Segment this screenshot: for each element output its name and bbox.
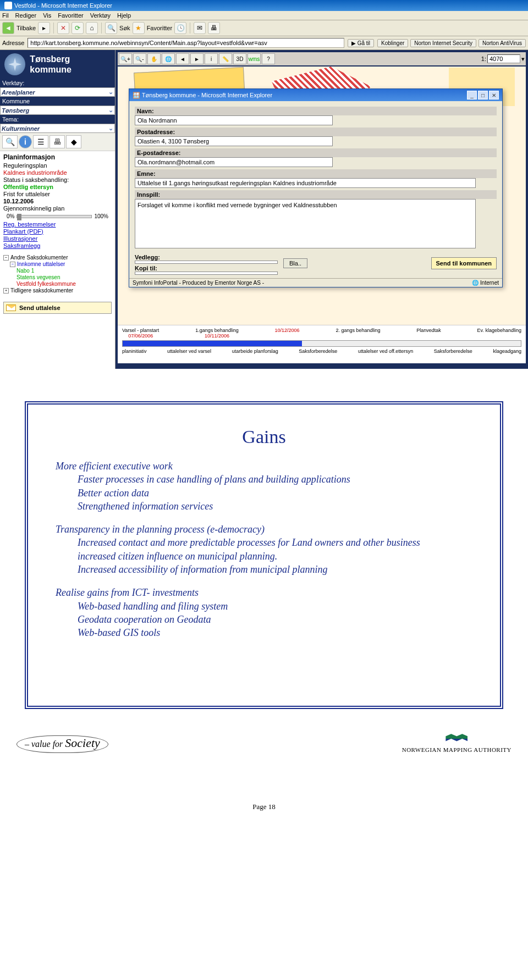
forward-button[interactable]: ▸ xyxy=(38,22,50,34)
slide-body: More efficient executive work Faster pro… xyxy=(56,459,472,640)
norton-antivirus-button[interactable]: Norton AntiVirus xyxy=(479,39,526,47)
help-icon[interactable]: ? xyxy=(262,53,275,64)
back-label: Tilbake xyxy=(16,25,36,31)
printer-icon[interactable]: 🖶 xyxy=(50,135,65,148)
measure-icon[interactable]: 📏 xyxy=(219,53,232,64)
tree-node-tidligere[interactable]: +Tidligere saksdokumenter xyxy=(3,287,112,294)
link-illustrasjoner[interactable]: Illustrasjoner xyxy=(3,235,112,242)
back-button[interactable]: ◄ xyxy=(2,22,14,34)
link-reg-bestemmelser[interactable]: Reg. bestemmelser xyxy=(3,221,112,228)
map-canvas[interactable]: 🪟 Tønsberg kommune - Microsoft Internet … xyxy=(118,67,526,325)
tema-label: Tema: xyxy=(0,115,115,124)
search-button[interactable]: 🔍 xyxy=(105,22,117,34)
mail-button[interactable]: ✉ xyxy=(194,22,206,34)
tree-leaf-vestfold[interactable]: Vestfold fylkeskommune xyxy=(16,281,112,287)
epost-input[interactable]: Ola.nordmann@hotmail.com xyxy=(135,157,333,167)
info-tool-icon[interactable]: i xyxy=(205,53,218,64)
cube-icon[interactable]: ◆ xyxy=(66,135,81,148)
submit-comment-popup: 🪟 Tønsberg kommune - Microsoft Internet … xyxy=(129,88,503,287)
wms-icon[interactable]: wms xyxy=(248,53,261,64)
menu-hjelp[interactable]: Hjelp xyxy=(117,12,131,19)
app-content: Tønsberg kommune Verktøy: Arealplaner⌄ K… xyxy=(0,50,528,369)
emne-input[interactable]: Uttalelse til 1.gangs høringsutkast regu… xyxy=(135,178,476,188)
links-button[interactable]: Koblinger xyxy=(377,39,408,47)
popup-title: Tønsberg kommune - Microsoft Internet Ex… xyxy=(142,92,272,98)
kommune-select[interactable]: Tønsberg⌄ xyxy=(0,106,115,115)
print-button[interactable]: 🖶 xyxy=(208,22,220,34)
zoom-out-icon[interactable]: 🔍- xyxy=(133,53,146,64)
stop-button[interactable]: ✕ xyxy=(57,22,69,34)
gains-p2b: increased citizen influence on municipal… xyxy=(78,551,277,562)
transparency-slider-row: 0% 100% xyxy=(3,212,112,220)
popup-statusbar: Symfoni InfoPortal - Produced by Ementor… xyxy=(129,278,502,287)
envelope-icon xyxy=(6,304,16,311)
favorites-button[interactable]: ★ xyxy=(133,22,145,34)
tree-node-andre[interactable]: −Andre Saksdokumenter xyxy=(3,254,112,261)
map-toolbar: 🔍+ 🔍- ✋ 🌐 ◄ ► i 📏 3D wms ? 1: 4070 ▾ xyxy=(118,52,526,65)
frist-label: Frist for uttalelser xyxy=(3,191,112,197)
transparency-slider[interactable] xyxy=(16,215,92,218)
ie-menubar[interactable]: Fil Rediger Vis Favoritter Verktøy Hjelp xyxy=(0,11,528,20)
link-saksframlegg[interactable]: Saksframlegg xyxy=(3,242,112,249)
pan-icon[interactable]: ✋ xyxy=(147,53,161,64)
menu-verktoy[interactable]: Verktøy xyxy=(90,12,111,19)
postadresse-label: Postadresse: xyxy=(135,128,497,136)
tl-2gang: 2. gangs behandling xyxy=(336,328,380,339)
innspill-label: Innspill: xyxy=(135,190,497,199)
magnify-icon[interactable]: 🔍 xyxy=(2,135,18,148)
menu-fil[interactable]: Fil xyxy=(2,12,9,19)
scale-input[interactable]: 4070 xyxy=(487,54,520,63)
epost-label: E-postadresse: xyxy=(135,148,497,157)
list-icon[interactable]: ☰ xyxy=(33,135,48,148)
tree-leaf-nabo[interactable]: Nabo 1 xyxy=(16,268,112,274)
navn-label: Navn: xyxy=(135,107,497,115)
postadresse-input[interactable]: Olastien 4, 3100 Tønsberg xyxy=(135,136,333,146)
history-button[interactable]: 🕓 xyxy=(174,22,186,34)
tema-select[interactable]: Kulturminner⌄ xyxy=(0,124,115,133)
tl-b4: Saksforberedelse xyxy=(299,348,337,354)
page-number: Page 18 xyxy=(0,802,528,811)
go-button[interactable]: ▶ Gå til xyxy=(348,39,374,47)
next-icon[interactable]: ► xyxy=(190,53,204,64)
3d-icon[interactable]: 3D xyxy=(233,53,246,64)
sidebar-tool-icons: 🔍 i ☰ 🖶 ◆ xyxy=(0,133,115,151)
gains-p2c: Increased accessibility of information f… xyxy=(78,564,328,575)
status-left: Symfoni InfoPortal - Produced by Ementor… xyxy=(133,280,264,286)
verktoy-select[interactable]: Arealplaner⌄ xyxy=(0,87,115,97)
menu-favoritter[interactable]: Favoritter xyxy=(58,12,83,19)
address-input[interactable]: http://kart.tonsberg.kommune.no/webinnsy… xyxy=(28,38,344,48)
minus-icon: − xyxy=(3,255,9,261)
info-icon[interactable]: i xyxy=(19,135,32,148)
menu-rediger[interactable]: Rediger xyxy=(15,12,37,19)
send-uttalelse-button[interactable]: Send uttalelse xyxy=(3,302,112,314)
innspill-textarea[interactable]: Forslaget vil komme i konflikt med verne… xyxy=(135,199,476,248)
tl-b6: Saksforberedelse xyxy=(434,348,472,354)
slide-frame: Gains More efficient executive work Fast… xyxy=(25,401,503,709)
browse-button[interactable]: Bla.. xyxy=(283,258,307,268)
frist-date: 10.12.2006 xyxy=(3,198,112,204)
maximize-button[interactable]: □ xyxy=(478,91,488,99)
prev-icon[interactable]: ◄ xyxy=(176,53,189,64)
home-button[interactable]: ⌂ xyxy=(86,22,98,34)
tl-klage: Ev. klagebehandling xyxy=(477,328,521,339)
popup-titlebar[interactable]: 🪟 Tønsberg kommune - Microsoft Internet … xyxy=(129,89,502,101)
kopi-input[interactable] xyxy=(135,272,278,275)
send-to-kommune-button[interactable]: Send til kommunen xyxy=(431,257,497,269)
link-plankart[interactable]: Plankart (PDF) xyxy=(3,228,112,235)
zoom-in-icon[interactable]: 🔍+ xyxy=(119,53,132,64)
slide-2-gains: Gains More efficient executive work Fast… xyxy=(0,385,528,780)
close-button[interactable]: ✕ xyxy=(489,91,499,99)
menu-vis[interactable]: Vis xyxy=(43,12,51,19)
globe-icon[interactable]: 🌐 xyxy=(162,53,175,64)
plus-icon: + xyxy=(3,288,9,294)
tree-node-innkomne[interactable]: −Innkomne uttalelser xyxy=(10,261,112,267)
norton-security-button[interactable]: Norton Internet Security xyxy=(410,39,476,47)
vedlegg-input[interactable] xyxy=(135,261,278,264)
scale-dropdown-icon[interactable]: ▾ xyxy=(521,56,525,63)
refresh-button[interactable]: ⟳ xyxy=(72,22,84,34)
gains-p2a: Increased contact and more predictable p… xyxy=(78,537,420,548)
timeline-progress-bar xyxy=(122,340,521,347)
navn-input[interactable]: Ola Nordmann xyxy=(135,115,333,125)
minimize-button[interactable]: _ xyxy=(467,91,477,99)
tree-leaf-statens[interactable]: Statens vegvesen xyxy=(16,274,112,280)
